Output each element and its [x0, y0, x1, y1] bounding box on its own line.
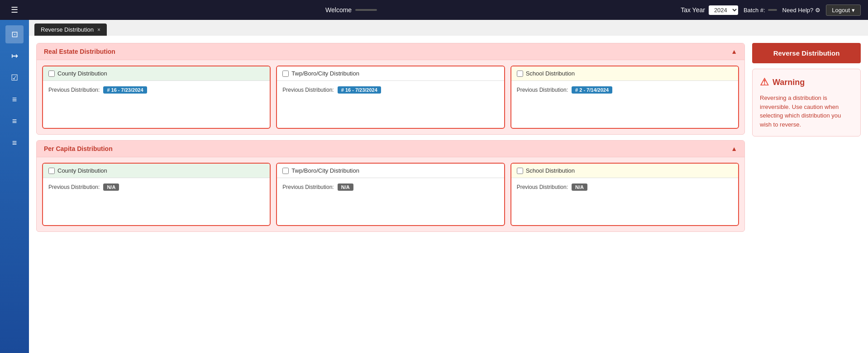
- pc-county-badge: N/A: [103, 184, 119, 191]
- re-twp-prev-label: Previous Distribution:: [282, 87, 334, 93]
- sidebar-item-export[interactable]: ↦: [5, 47, 24, 65]
- re-school-prev-label: Previous Distribution:: [517, 87, 568, 93]
- re-twp-prev: Previous Distribution: # 16 - 7/23/2024: [282, 86, 498, 94]
- real-estate-collapse-button[interactable]: ▲: [731, 48, 737, 55]
- pc-twp-card-header: Twp/Boro/City Distribution: [277, 164, 504, 178]
- batch-number: [768, 9, 777, 11]
- welcome-section: Welcome: [27, 6, 675, 14]
- checklist-icon: ☑: [11, 73, 18, 83]
- list3-icon: ≡: [12, 138, 17, 148]
- pc-county-prev: Previous Distribution: N/A: [48, 184, 264, 191]
- sidebar-item-list2[interactable]: ≡: [5, 112, 24, 130]
- tab-label: Reverse Distribution: [41, 26, 94, 33]
- re-school-badge: # 2 - 7/14/2024: [572, 86, 612, 94]
- pc-twp-badge: N/A: [338, 184, 353, 191]
- tab-close-button[interactable]: ×: [97, 27, 100, 33]
- warning-box: ⚠ Warning Reversing a distribution is ir…: [752, 69, 861, 136]
- tax-year-label: Tax Year: [681, 6, 705, 14]
- tax-year-section: Tax Year 2024 2023 2022: [681, 5, 738, 15]
- export-icon: ↦: [11, 51, 18, 61]
- list1-icon: ≡: [12, 95, 17, 104]
- warning-triangle-icon: ⚠: [760, 76, 769, 88]
- pc-county-prev-label: Previous Distribution:: [48, 184, 100, 190]
- per-capita-title: Per Capita Distribution: [44, 145, 113, 152]
- sidebar-item-dashboard[interactable]: ⊡: [5, 25, 24, 43]
- per-capita-body: County Distribution Previous Distributio…: [37, 157, 744, 231]
- reverse-distribution-button[interactable]: Reverse Distribution: [752, 43, 861, 63]
- warning-message: Reversing a distribution is irreversible…: [760, 94, 853, 129]
- pc-twp-card: Twp/Boro/City Distribution Previous Dist…: [276, 163, 505, 226]
- pc-school-card-header: School Distribution: [511, 164, 738, 178]
- re-county-prev: Previous Distribution: # 16 - 7/23/2024: [48, 86, 264, 94]
- re-county-badge: # 16 - 7/23/2024: [103, 86, 147, 94]
- pc-school-checkbox[interactable]: [517, 168, 523, 174]
- main-layout: ⊡ ↦ ☑ ≡ ≡ ≡ Reverse Distribution ×: [0, 20, 868, 353]
- re-twp-label: Twp/Boro/City Distribution: [291, 70, 359, 77]
- pc-county-card: County Distribution Previous Distributio…: [42, 163, 271, 226]
- help-label: Need Help?: [782, 7, 814, 14]
- distributions-panel: Real Estate Distribution ▲ County Distri…: [36, 43, 745, 346]
- warning-title-section: ⚠ Warning: [760, 76, 853, 88]
- logout-button[interactable]: Logout ▾: [826, 5, 861, 16]
- re-county-card-header: County Distribution: [43, 66, 270, 81]
- main-content: Reverse Distribution × Real Estate Distr…: [29, 20, 868, 353]
- gear-icon: ⚙: [815, 7, 820, 14]
- re-twp-card-header: Twp/Boro/City Distribution: [277, 66, 504, 81]
- pc-school-card: School Distribution Previous Distributio…: [510, 163, 739, 226]
- help-section[interactable]: Need Help? ⚙: [782, 7, 821, 14]
- real-estate-section: Real Estate Distribution ▲ County Distri…: [36, 43, 745, 135]
- re-school-checkbox[interactable]: [517, 71, 523, 77]
- re-school-label: School Distribution: [526, 70, 575, 77]
- re-school-card: School Distribution Previous Distributio…: [510, 66, 739, 129]
- pc-county-card-header: County Distribution: [43, 164, 270, 178]
- welcome-label: Welcome: [325, 6, 352, 14]
- pc-twp-prev-label: Previous Distribution:: [282, 184, 334, 190]
- per-capita-header: Per Capita Distribution ▲: [37, 141, 744, 157]
- username-display: [355, 9, 377, 11]
- re-school-prev: Previous Distribution: # 2 - 7/14/2024: [517, 86, 733, 94]
- pc-school-badge: N/A: [572, 184, 587, 191]
- sidebar-item-list1[interactable]: ≡: [5, 90, 24, 108]
- real-estate-header: Real Estate Distribution ▲: [37, 43, 744, 60]
- re-county-card: County Distribution Previous Distributio…: [42, 66, 271, 129]
- pc-twp-label: Twp/Boro/City Distribution: [291, 167, 359, 174]
- logout-label: Logout: [832, 7, 850, 14]
- real-estate-title: Real Estate Distribution: [44, 48, 115, 55]
- pc-county-label: County Distribution: [57, 167, 107, 174]
- top-navigation: ☰ Welcome Tax Year 2024 2023 2022 Batch …: [0, 0, 868, 20]
- dashboard-icon: ⊡: [11, 29, 18, 39]
- per-capita-collapse-button[interactable]: ▲: [731, 145, 737, 152]
- page-content: Real Estate Distribution ▲ County Distri…: [29, 36, 868, 353]
- re-twp-badge: # 16 - 7/23/2024: [338, 86, 381, 94]
- sidebar: ⊡ ↦ ☑ ≡ ≡ ≡: [0, 20, 29, 353]
- right-panel: Reverse Distribution ⚠ Warning Reversing…: [752, 43, 861, 346]
- re-twp-card: Twp/Boro/City Distribution Previous Dist…: [276, 66, 505, 129]
- list2-icon: ≡: [12, 117, 17, 126]
- pc-school-prev: Previous Distribution: N/A: [517, 184, 733, 191]
- batch-label: Batch #:: [744, 7, 765, 14]
- tab-reverse-distribution[interactable]: Reverse Distribution ×: [34, 24, 107, 36]
- pc-school-label: School Distribution: [526, 167, 575, 174]
- per-capita-section: Per Capita Distribution ▲ County Distrib…: [36, 140, 745, 232]
- re-school-card-header: School Distribution: [511, 66, 738, 81]
- pc-twp-prev: Previous Distribution: N/A: [282, 184, 498, 191]
- hamburger-menu[interactable]: ☰: [7, 3, 22, 17]
- re-county-checkbox[interactable]: [48, 71, 55, 77]
- pc-school-prev-label: Previous Distribution:: [517, 184, 568, 190]
- dropdown-icon: ▾: [852, 7, 855, 14]
- re-twp-checkbox[interactable]: [282, 71, 289, 77]
- re-county-prev-label: Previous Distribution:: [48, 87, 100, 93]
- re-county-label: County Distribution: [57, 70, 107, 77]
- tab-bar: Reverse Distribution ×: [29, 20, 868, 36]
- batch-section: Batch #:: [744, 7, 777, 14]
- sidebar-item-checklist[interactable]: ☑: [5, 69, 24, 87]
- sidebar-item-list3[interactable]: ≡: [5, 134, 24, 152]
- warning-title-text: Warning: [773, 78, 805, 87]
- pc-twp-checkbox[interactable]: [282, 168, 289, 174]
- pc-county-checkbox[interactable]: [48, 168, 55, 174]
- tax-year-select[interactable]: 2024 2023 2022: [709, 5, 738, 15]
- real-estate-body: County Distribution Previous Distributio…: [37, 60, 744, 134]
